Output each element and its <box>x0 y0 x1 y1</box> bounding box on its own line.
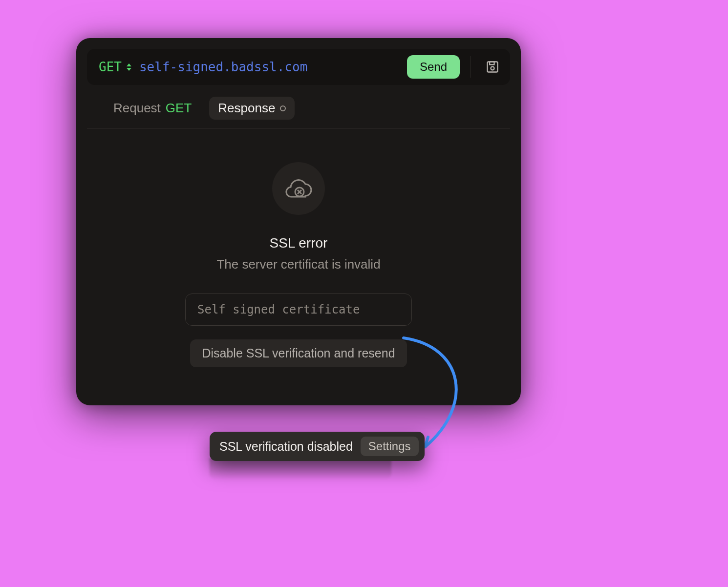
toast-text: SSL verification disabled <box>219 440 353 454</box>
error-title: SSL error <box>270 235 328 251</box>
cloud-x-icon <box>284 177 313 200</box>
response-content: SSL error The server certificat is inval… <box>87 129 510 395</box>
toast: SSL verification disabled Settings <box>210 432 425 461</box>
tabs: Request GET Response <box>87 85 510 129</box>
save-icon <box>486 60 499 74</box>
toast-reflection <box>210 458 391 480</box>
tab-request[interactable]: Request GET <box>105 97 200 120</box>
toast-settings-button[interactable]: Settings <box>361 437 419 456</box>
tab-request-method: GET <box>166 101 192 116</box>
tab-response-label: Response <box>218 101 275 116</box>
app-window: GET Send Request GET Response <box>76 38 521 405</box>
http-method-label: GET <box>99 60 122 74</box>
svg-rect-1 <box>490 62 494 65</box>
send-button[interactable]: Send <box>407 55 460 79</box>
error-subtitle: The server certificat is invalid <box>216 257 380 272</box>
disable-ssl-button[interactable]: Disable SSL verification and resend <box>190 339 407 367</box>
url-bar: GET Send <box>87 49 510 85</box>
http-method-select[interactable]: GET <box>99 60 131 74</box>
tab-request-label: Request <box>113 101 161 116</box>
url-input[interactable] <box>139 60 399 74</box>
tab-response[interactable]: Response <box>209 97 295 120</box>
save-button[interactable] <box>482 56 503 78</box>
status-dot-icon <box>280 105 286 111</box>
divider <box>471 56 471 78</box>
error-icon-circle <box>272 162 325 215</box>
error-reason: Self signed certificate <box>185 294 412 326</box>
svg-point-2 <box>491 66 494 70</box>
chevron-sort-icon <box>127 63 131 71</box>
